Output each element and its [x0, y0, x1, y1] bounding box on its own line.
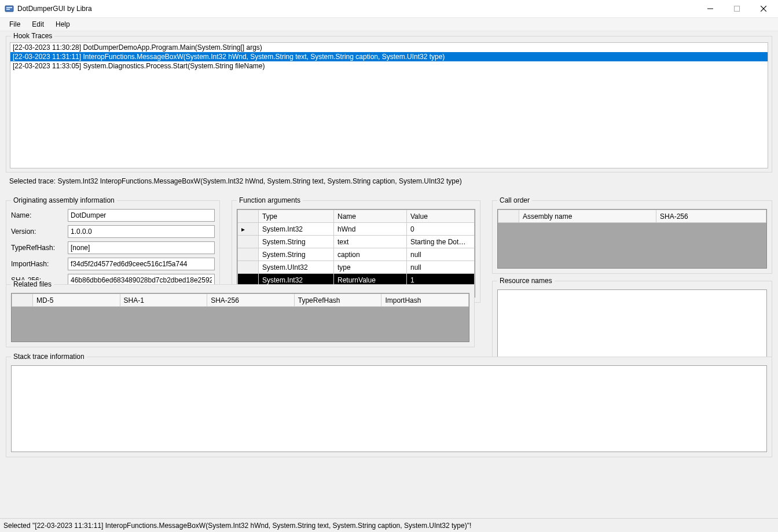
cell-name: caption [334, 248, 407, 261]
titlebar: DotDumperGUI by Libra [0, 0, 778, 17]
input-importhash[interactable] [68, 258, 215, 270]
status-text: Selected "[22-03-2023 11:31:11] InteropF… [3, 522, 471, 530]
cell-type: System.String [259, 248, 334, 261]
call-order-grid[interactable]: Assembly name SHA-256 [497, 209, 767, 269]
grid-filler [498, 223, 766, 268]
col-name[interactable]: Name [334, 210, 407, 223]
col-assembly-name[interactable]: Assembly name [519, 210, 656, 223]
close-button[interactable] [750, 0, 777, 17]
client-area: Hook Traces [22-03-2023 11:30:28] DotDum… [0, 31, 778, 518]
label-version: Version: [11, 228, 68, 236]
col-type[interactable]: Type [259, 210, 334, 223]
row-header [238, 261, 259, 274]
funcarg-row[interactable]: System.Stringcaptionnull [238, 248, 475, 261]
status-bar: Selected "[22-03-2023 11:31:11] InteropF… [0, 518, 778, 532]
col-sha256[interactable]: SHA-256 [207, 294, 295, 307]
funcarg-row[interactable]: System.StringtextStarting the DotDum... [238, 236, 475, 248]
group-call-order: Call order Assembly name SHA-256 [492, 200, 772, 274]
group-legend: Originating assembly information [11, 196, 117, 204]
input-typerefhash[interactable] [68, 241, 215, 254]
cell-value: null [407, 248, 475, 261]
svg-rect-4 [735, 6, 740, 12]
col-md5[interactable]: MD-5 [33, 294, 120, 307]
menu-help[interactable]: Help [50, 19, 76, 30]
row-header: ▸ [238, 223, 259, 236]
related-files-grid[interactable]: MD-5 SHA-1 SHA-256 TypeRefHash ImportHas… [11, 293, 469, 342]
row-header [238, 236, 259, 248]
trace-row[interactable]: [22-03-2023 11:30:28] DotDumperDemoApp.P… [10, 43, 768, 52]
funcarg-row[interactable]: ▸System.Int32hWnd0 [238, 223, 475, 236]
funcarg-row[interactable]: System.UInt32typenull [238, 261, 475, 274]
label-importhash: ImportHash: [11, 260, 68, 268]
stack-trace-box[interactable] [11, 365, 767, 452]
cell-value: 0 [407, 223, 475, 236]
svg-rect-2 [6, 9, 10, 10]
col-typerefhash[interactable]: TypeRefHash [294, 294, 381, 307]
cell-value: Starting the DotDum... [407, 236, 475, 248]
minimize-button[interactable] [697, 0, 724, 17]
window-title: DotDumperGUI by Libra [17, 5, 92, 13]
trace-row[interactable]: [22-03-2023 11:33:05] System.Diagnostics… [10, 61, 768, 71]
cell-type: System.Int32 [259, 223, 334, 236]
cell-name: text [334, 236, 407, 248]
maximize-button[interactable] [724, 0, 750, 17]
group-stack-trace: Stack trace information [6, 357, 772, 457]
col-sha1[interactable]: SHA-1 [120, 294, 207, 307]
group-related-files: Related files MD-5 SHA-1 SHA-256 TypeRef… [6, 284, 475, 347]
menu-edit[interactable]: Edit [26, 19, 50, 30]
menubar: File Edit Help [0, 17, 778, 31]
group-legend: Function arguments [237, 196, 303, 204]
input-version[interactable] [68, 225, 215, 238]
cell-type: System.UInt32 [259, 261, 334, 274]
group-hook-traces: Hook Traces [22-03-2023 11:30:28] DotDum… [6, 36, 772, 173]
svg-rect-1 [6, 7, 12, 8]
cell-name: type [334, 261, 407, 274]
trace-row[interactable]: [22-03-2023 11:31:11] InteropFunctions.M… [10, 52, 768, 61]
group-legend: Related files [11, 280, 54, 288]
cell-type: System.String [259, 236, 334, 248]
grid-filler [12, 307, 469, 342]
col-importhash[interactable]: ImportHash [381, 294, 469, 307]
group-legend: Resource names [497, 277, 555, 285]
row-header [238, 248, 259, 261]
app-icon [5, 4, 14, 13]
label-name: Name: [11, 211, 68, 219]
col-value[interactable]: Value [407, 210, 475, 223]
col-sha256[interactable]: SHA-256 [656, 210, 766, 223]
group-legend: Hook Traces [11, 32, 54, 40]
label-typerefhash: TypeRefHash: [11, 244, 68, 252]
selected-trace-label: Selected trace: System.Int32 InteropFunc… [6, 175, 772, 186]
hook-traces-list[interactable]: [22-03-2023 11:30:28] DotDumperDemoApp.P… [10, 42, 768, 168]
group-legend: Stack trace information [11, 353, 87, 361]
cell-value: null [407, 261, 475, 274]
menu-file[interactable]: File [3, 19, 26, 30]
cell-name: hWnd [334, 223, 407, 236]
input-name[interactable] [68, 209, 215, 222]
group-legend: Call order [497, 196, 532, 204]
